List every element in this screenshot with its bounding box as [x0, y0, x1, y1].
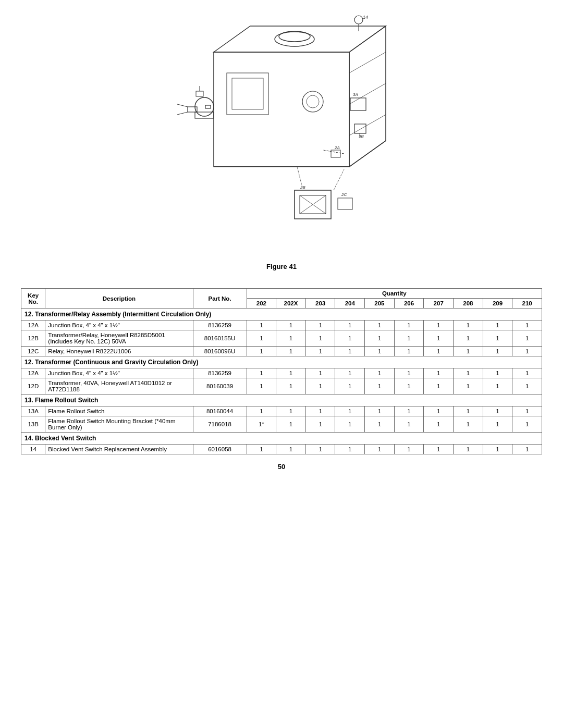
svg-text:2A: 2A — [334, 145, 340, 150]
cell-qty-210: 1 — [512, 330, 542, 347]
cell-qty-202X: 1 — [276, 368, 306, 378]
cell-qty-203: 1 — [305, 347, 335, 356]
cell-qty-202X: 1 — [276, 445, 306, 454]
cell-qty-208: 1 — [454, 330, 483, 347]
cell-qty-206: 1 — [394, 445, 424, 454]
svg-text:14: 14 — [363, 15, 368, 20]
table-row: 12AJunction Box, 4" x 4" x 1½"8136259111… — [21, 320, 542, 330]
cell-qty-202: 1 — [247, 445, 276, 454]
header-col-209: 209 — [483, 299, 512, 309]
cell-qty-208: 1 — [454, 320, 483, 330]
cell-qty-202: 1* — [247, 416, 276, 433]
section-header-text: 12. Transformer/Relay Assembly (Intermit… — [21, 309, 542, 320]
svg-rect-21 — [331, 150, 340, 157]
cell-qty-210: 1 — [512, 368, 542, 378]
cell-qty-205: 1 — [365, 445, 395, 454]
cell-qty-206: 1 — [394, 416, 424, 433]
cell-key: 13B — [21, 416, 45, 433]
cell-key: 12B — [21, 330, 45, 347]
cell-key: 12D — [21, 378, 45, 394]
cell-part-no: 8136259 — [193, 320, 247, 330]
cell-qty-205: 1 — [365, 368, 395, 378]
cell-qty-202X: 1 — [276, 406, 306, 416]
cell-description: Junction Box, 4" x 4" x 1½" — [45, 368, 193, 378]
cell-qty-204: 1 — [335, 378, 365, 394]
svg-rect-14 — [196, 91, 203, 96]
cell-qty-203: 1 — [305, 445, 335, 454]
cell-qty-210: 1 — [512, 378, 542, 394]
cell-key: 12C — [21, 347, 45, 356]
header-col-202: 202 — [247, 299, 276, 309]
cell-qty-202: 1 — [247, 378, 276, 394]
cell-key: 12A — [21, 320, 45, 330]
table-row: 13BFlame Rollout Switch Mounting Bracket… — [21, 416, 542, 433]
cell-qty-208: 1 — [454, 406, 483, 416]
cell-qty-204: 1 — [335, 347, 365, 356]
cell-qty-209: 1 — [483, 347, 512, 356]
cell-qty-204: 1 — [335, 320, 365, 330]
cell-qty-206: 1 — [394, 368, 424, 378]
parts-table: KeyNo. Description Part No. Quantity 202… — [21, 288, 542, 454]
cell-qty-203: 1 — [305, 378, 335, 394]
cell-qty-208: 1 — [454, 347, 483, 356]
cell-qty-204: 1 — [335, 406, 365, 416]
svg-line-13 — [177, 112, 188, 115]
cell-qty-207: 1 — [424, 406, 454, 416]
section-header-4: 14. Blocked Vent Switch — [21, 433, 542, 445]
cell-qty-202: 1 — [247, 330, 276, 347]
cell-qty-207: 1 — [424, 368, 454, 378]
svg-marker-1 — [214, 26, 386, 52]
cell-qty-206: 1 — [394, 347, 424, 356]
page: 14 3A 3B 2A — [0, 0, 563, 728]
cell-part-no: 80160155U — [193, 330, 247, 347]
table-row: 12DTransformer, 40VA, Honeywell AT140D10… — [21, 378, 542, 394]
svg-point-5 — [354, 16, 363, 24]
cell-qty-210: 1 — [512, 406, 542, 416]
svg-point-4 — [279, 31, 310, 42]
section-header-text: 14. Blocked Vent Switch — [21, 433, 542, 445]
svg-line-41 — [349, 141, 386, 167]
cell-qty-208: 1 — [454, 368, 483, 378]
header-col-205: 205 — [365, 299, 395, 309]
cell-qty-203: 1 — [305, 406, 335, 416]
svg-line-32 — [334, 169, 344, 190]
header-col-208: 208 — [454, 299, 483, 309]
header-col-202x: 202X — [276, 299, 306, 309]
table-row: 12AJunction Box, 4" x 4" x 1½"8136259111… — [21, 368, 542, 378]
header-part-no: Part No. — [193, 289, 247, 309]
cell-qty-210: 1 — [512, 416, 542, 433]
cell-part-no: 7186018 — [193, 416, 247, 433]
section-header-text: 13. Flame Rollout Switch — [21, 394, 542, 406]
header-col-207: 207 — [424, 299, 454, 309]
cell-qty-208: 1 — [454, 416, 483, 433]
cell-description: Blocked Vent Switch Replacement Assembly — [45, 445, 193, 454]
svg-text:3B: 3B — [359, 134, 364, 139]
cell-qty-209: 1 — [483, 406, 512, 416]
cell-qty-203: 1 — [305, 368, 335, 378]
cell-qty-210: 1 — [512, 347, 542, 356]
header-col-204: 204 — [335, 299, 365, 309]
svg-line-37 — [349, 52, 386, 73]
cell-qty-202X: 1 — [276, 347, 306, 356]
header-col-210: 210 — [512, 299, 542, 309]
cell-qty-205: 1 — [365, 406, 395, 416]
cell-qty-205: 1 — [365, 320, 395, 330]
cell-qty-206: 1 — [394, 320, 424, 330]
cell-qty-209: 1 — [483, 378, 512, 394]
cell-qty-207: 1 — [424, 347, 454, 356]
cell-qty-202X: 1 — [276, 378, 306, 394]
cell-qty-209: 1 — [483, 368, 512, 378]
cell-qty-206: 1 — [394, 406, 424, 416]
cell-part-no: 80160044 — [193, 406, 247, 416]
cell-key: 12A — [21, 368, 45, 378]
section-header-3: 13. Flame Rollout Switch — [21, 394, 542, 406]
svg-rect-18 — [354, 124, 366, 133]
svg-rect-11 — [205, 105, 211, 108]
cell-key: 13A — [21, 406, 45, 416]
cell-description: Flame Rollout Switch Mounting Bracket (*… — [45, 416, 193, 433]
cell-qty-209: 1 — [483, 416, 512, 433]
cell-qty-202: 1 — [247, 406, 276, 416]
svg-text:3A: 3A — [353, 92, 358, 97]
cell-qty-208: 1 — [454, 445, 483, 454]
cell-qty-209: 1 — [483, 320, 512, 330]
